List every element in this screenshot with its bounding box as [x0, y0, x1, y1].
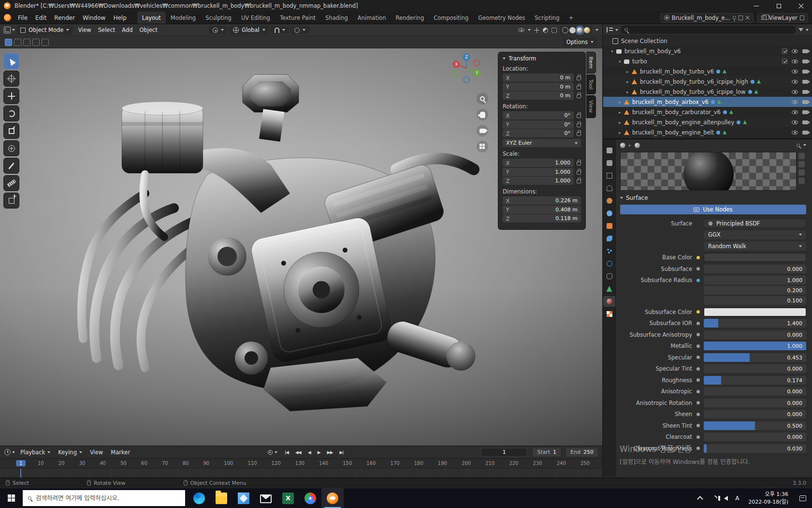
workspace-tab[interactable]: Shading — [320, 12, 353, 24]
expander-icon[interactable]: ▸ — [624, 90, 631, 94]
outliner-row[interactable]: ▸ bruckell_m_body_turbo_v6 — [603, 66, 812, 76]
property-slider[interactable]: 0.030 — [704, 444, 806, 453]
properties-tab-object-data[interactable] — [603, 284, 615, 294]
collection-checkbox[interactable] — [782, 59, 787, 64]
timeline-menu-item[interactable]: Playback — [16, 448, 54, 457]
hide-in-viewport-icon[interactable] — [792, 100, 798, 104]
decorator-dot-icon[interactable] — [696, 322, 700, 325]
speaker-icon[interactable] — [724, 496, 728, 501]
lock-icon[interactable] — [577, 171, 581, 175]
taskbar-clock[interactable]: 오후 1:36 2022-09-18(일) — [743, 491, 794, 506]
view-layer-selector[interactable]: ViewLayer — [757, 13, 808, 23]
expander-icon[interactable]: ▸ — [617, 130, 623, 135]
subsurface-method-dropdown[interactable]: Random Walk — [704, 241, 806, 251]
decorator-dot-icon[interactable] — [696, 289, 700, 292]
rendered-shading-button[interactable] — [584, 27, 590, 33]
rotation-field[interactable]: X 0° — [503, 111, 574, 120]
property-slider[interactable]: 0.000 — [704, 387, 806, 396]
decorator-dot-icon[interactable] — [696, 256, 700, 259]
perspective-toggle-button[interactable] — [477, 141, 488, 152]
disable-in-renders-icon[interactable] — [802, 100, 808, 104]
xray-toggle-icon[interactable] — [551, 28, 557, 33]
disable-in-renders-icon[interactable] — [802, 110, 808, 114]
transform-panel-header[interactable]: Transform — [503, 55, 581, 62]
taskbar-app-explorer[interactable] — [210, 488, 232, 508]
properties-tab-particles[interactable] — [603, 246, 615, 256]
surface-shader-button[interactable]: Principled BSDF — [704, 219, 806, 228]
menu-item[interactable]: File — [14, 13, 31, 23]
select-box-tool[interactable] — [3, 53, 19, 69]
decorator-dot-icon[interactable] — [696, 413, 700, 416]
minimize-button[interactable] — [745, 0, 768, 12]
tray-expand-icon[interactable] — [697, 496, 703, 502]
decorator-dot-icon[interactable] — [696, 344, 700, 348]
select-mode-extend-button[interactable] — [14, 39, 21, 46]
gizmos-toggle-icon[interactable] — [534, 28, 539, 33]
transport-button[interactable]: ◀◀ — [292, 448, 304, 456]
pin-icon[interactable] — [733, 16, 736, 19]
property-slider[interactable]: 0.000 — [704, 330, 806, 339]
decorator-dot-icon[interactable] — [696, 435, 700, 439]
property-slider[interactable]: 0.500 — [704, 421, 806, 430]
property-slider[interactable]: 0.000 — [704, 433, 806, 441]
navigation-gizmo[interactable]: Z X Y — [450, 52, 482, 84]
rotation-field[interactable]: Y 0° — [503, 120, 574, 129]
viewport-canvas[interactable]: Z X Y Transform Location: — [0, 48, 602, 446]
overlays-toggle-icon[interactable] — [543, 28, 548, 33]
property-slider[interactable]: 1.000 — [704, 276, 806, 284]
decorator-dot-icon[interactable] — [696, 310, 700, 314]
property-slider[interactable]: 0.000 — [704, 265, 806, 273]
lock-icon[interactable] — [577, 94, 581, 98]
lock-icon[interactable] — [577, 132, 581, 136]
material-preview-shading-button[interactable] — [577, 27, 583, 33]
viewport-menu-item[interactable]: Object — [136, 25, 161, 35]
dimension-field[interactable]: X 0.226 m — [503, 196, 581, 205]
menu-item[interactable]: Render — [50, 13, 79, 23]
use-nodes-button[interactable]: Use Nodes — [620, 205, 806, 214]
outliner-row[interactable]: ▸ bruckell_m_body_engine_belt — [603, 127, 812, 137]
shading-caret-icon[interactable] — [595, 29, 598, 31]
disable-in-renders-icon[interactable] — [802, 60, 808, 63]
preview-sphere-button[interactable] — [798, 161, 805, 167]
playhead-line[interactable] — [20, 469, 21, 478]
move-tool[interactable] — [3, 88, 19, 104]
new-scene-icon[interactable] — [739, 15, 743, 20]
caret-icon[interactable] — [803, 144, 806, 146]
decorator-dot-icon[interactable] — [696, 390, 700, 393]
expander-icon[interactable]: ▸ — [624, 79, 631, 84]
properties-tab-texture[interactable] — [603, 309, 615, 319]
expander-icon[interactable]: ▸ — [617, 110, 623, 115]
scale-field[interactable]: Y 1.000 — [503, 168, 574, 176]
decorator-dot-icon[interactable] — [696, 367, 700, 371]
color-swatch[interactable] — [704, 308, 806, 316]
property-slider[interactable]: 0.174 — [704, 376, 806, 385]
workspace-tab[interactable]: Sculpting — [201, 12, 236, 24]
decorator-dot-icon[interactable] — [696, 279, 700, 282]
hide-in-viewport-icon[interactable] — [792, 49, 798, 53]
viewport-menu-item[interactable]: Add — [118, 25, 136, 35]
workspace-tab[interactable]: Texture Paint — [275, 12, 320, 24]
sidebar-tab[interactable]: View — [586, 95, 596, 118]
lock-icon[interactable] — [577, 179, 581, 183]
outliner-search-field[interactable] — [621, 26, 796, 34]
workspace-tab[interactable]: Compositing — [429, 12, 473, 24]
lock-icon[interactable] — [577, 162, 581, 165]
location-field[interactable]: X 0 m — [503, 74, 574, 82]
property-slider[interactable]: 0.000 — [704, 399, 806, 407]
mode-dropdown[interactable]: Object Mode — [16, 26, 73, 35]
transport-button[interactable]: |◀ — [282, 448, 291, 456]
end-frame-field[interactable]: End 250 — [566, 448, 598, 457]
property-slider[interactable]: 1.400 — [704, 319, 806, 328]
property-slider[interactable]: 0.000 — [704, 364, 806, 373]
properties-tab-modifiers[interactable] — [603, 233, 615, 244]
dimension-field[interactable]: Z 0.118 m — [503, 214, 581, 223]
search-input[interactable] — [36, 494, 180, 502]
taskbar-search[interactable] — [23, 490, 185, 506]
outliner-row[interactable]: ▾ turbo — [603, 56, 812, 66]
distribution-dropdown[interactable]: GGX — [704, 230, 806, 239]
scale-tool[interactable] — [3, 123, 19, 139]
outliner-row[interactable]: ▸ bruckell_m_body_turbo_v6_icpipe_low — [603, 87, 812, 97]
cursor-tool[interactable] — [3, 71, 19, 87]
decorator-dot-icon[interactable] — [696, 424, 700, 427]
lock-icon[interactable] — [577, 86, 581, 90]
